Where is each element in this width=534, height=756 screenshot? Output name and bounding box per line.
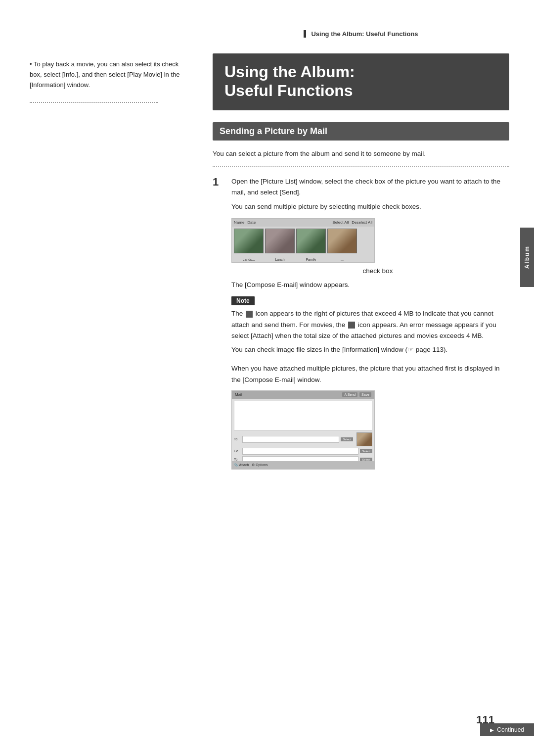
screenshot-thumbnails xyxy=(232,227,374,257)
label-1: Lands... xyxy=(234,258,264,261)
album-tab-label: Album xyxy=(524,245,531,269)
label-3: Family xyxy=(296,258,326,261)
toolbar-date: Date xyxy=(247,220,256,225)
label-4: ... xyxy=(327,258,357,261)
step-1-content: Open the [Picture List] window, select t… xyxy=(231,176,509,474)
when-text: When you have attached multiple pictures… xyxy=(231,363,509,385)
mail-to-row: To Select xyxy=(234,432,372,446)
page-container: Album • To play back a movie, you can al… xyxy=(0,0,534,756)
mail-fields: To Select Cc Select To xyxy=(234,432,372,463)
bullet-text: • To play back a movie, you can also sel… xyxy=(30,59,188,90)
main-title-box: Using the Album: Useful Functions xyxy=(213,53,509,110)
step-1-text1: Open the [Picture List] window, select t… xyxy=(231,176,509,198)
thumb-2 xyxy=(265,229,295,253)
step-1: 1 Open the [Picture List] window, select… xyxy=(213,176,509,474)
note-text-1: The icon appears to the right of picture… xyxy=(231,308,509,341)
note-the: The xyxy=(231,310,243,317)
breadcrumb: Using the Album: Useful Functions xyxy=(304,30,418,38)
mail-send-btn: A Send xyxy=(342,392,357,397)
mail-to-input xyxy=(242,436,339,443)
mail-bottom-bar: 📎 Attach ⚙ Options xyxy=(232,461,374,469)
picture-list-screenshot: Name Date Select All Deselect All xyxy=(231,218,375,263)
compose-text: The [Compose E-mail] window appears. xyxy=(231,280,509,290)
thumb-4 xyxy=(327,229,357,253)
step-1-number: 1 xyxy=(213,176,224,474)
continued-label: Continued xyxy=(497,726,524,733)
mail-title-bar: Mail A Send Save xyxy=(232,391,374,399)
screenshot-toolbar: Name Date Select All Deselect All xyxy=(232,219,374,227)
toolbar-deselect: Deselect All xyxy=(352,220,372,225)
mail-subject-area xyxy=(234,401,372,430)
toolbar-select-all: Select All xyxy=(332,220,349,225)
mail-to-label: To xyxy=(234,437,241,441)
mail-cc-input xyxy=(242,448,358,455)
sub-section-heading: Sending a Picture by Mail xyxy=(213,122,509,141)
title-line2: Useful Functions xyxy=(224,81,497,100)
mail-cc-select: Select xyxy=(360,449,372,453)
step-1-text2: You can send multiple picture by selecti… xyxy=(231,201,509,212)
right-column: Using the Album: Useful Functions Using … xyxy=(213,30,509,479)
screenshot-labels: Lands... Lunch Family ... xyxy=(232,257,374,262)
mail-title-label: Mail xyxy=(235,392,242,397)
continued-button: Continued xyxy=(480,723,534,736)
breadcrumb-bar: Using the Album: Useful Functions xyxy=(213,30,509,46)
left-divider xyxy=(30,102,158,103)
label-2: Lunch xyxy=(265,258,295,261)
left-column: • To play back a movie, you can also sel… xyxy=(30,59,188,103)
note-text-4: You can check image file sizes in the [I… xyxy=(231,344,509,355)
mail-title-buttons: A Send Save xyxy=(342,392,371,397)
screenshot-inner: Name Date Select All Deselect All xyxy=(232,219,374,262)
album-tab: Album xyxy=(520,228,534,287)
toolbar-name: Name xyxy=(234,220,244,225)
check-box-label: check box xyxy=(246,266,509,277)
no-attach-icon xyxy=(246,311,253,318)
note-badge: Note xyxy=(231,296,255,305)
note-box: Note The icon appears to the right of pi… xyxy=(231,296,509,355)
mail-thumb-preview xyxy=(356,432,372,446)
mail-extra-options: ⚙ Options xyxy=(252,463,267,467)
intro-text: You can select a picture from the album … xyxy=(213,148,509,159)
movie-icon xyxy=(348,322,355,329)
title-line1: Using the Album: xyxy=(224,62,497,81)
mail-to-select: Select xyxy=(341,437,353,441)
thumb-3 xyxy=(296,229,326,253)
thumb-1 xyxy=(234,229,264,253)
mail-attach-label: 📎 Attach xyxy=(234,463,249,467)
mail-cc-label: Cc xyxy=(234,449,241,453)
section-divider xyxy=(213,166,509,167)
mail-cc-row: Cc Select xyxy=(234,448,372,455)
mail-save-btn: Save xyxy=(359,392,371,397)
mail-screenshot: Mail A Send Save To Select xyxy=(231,390,375,470)
